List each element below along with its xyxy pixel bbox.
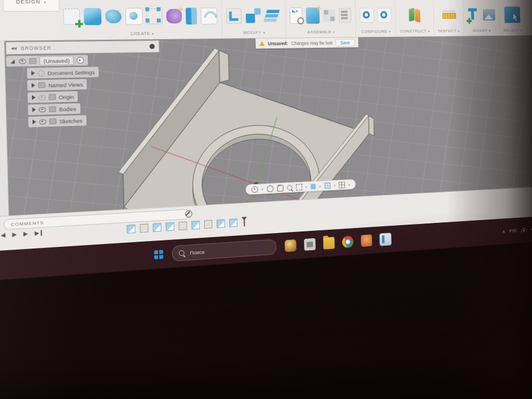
timeline-feature-sketch[interactable] — [166, 222, 174, 231]
plastic-part-icon[interactable] — [166, 9, 182, 24]
expander-icon[interactable] — [33, 120, 36, 124]
configure-group-label[interactable]: CONFIGURE ▾ — [360, 29, 392, 34]
configuration-table-icon[interactable] — [377, 8, 391, 23]
go-to-end-button[interactable]: ▶ — [35, 230, 42, 237]
split-body-icon[interactable] — [265, 7, 281, 24]
look-at-icon[interactable] — [267, 185, 273, 192]
search-input[interactable] — [189, 243, 270, 256]
new-component-icon[interactable] — [63, 9, 80, 25]
tree-root-document[interactable]: (Unsaved) — [6, 55, 88, 66]
expander-open-icon[interactable] — [10, 59, 15, 63]
comments-options-icon[interactable] — [185, 210, 192, 217]
toolbar-group-create: CREATE ▾ — [58, 0, 222, 39]
app-game-orange-icon[interactable] — [361, 234, 372, 247]
sweep-icon[interactable] — [201, 8, 218, 25]
workspace-dropdown[interactable]: DESIGN ▾ — [3, 0, 60, 11]
expander-icon[interactable] — [32, 95, 36, 100]
tree-item-named-views[interactable]: Named Views — [27, 79, 87, 91]
app-notes-icon[interactable] — [379, 233, 391, 246]
visibility-eye-icon[interactable] — [38, 95, 46, 100]
timeline-feature-sketch[interactable] — [217, 219, 225, 227]
sheet-flange-icon[interactable] — [186, 8, 197, 25]
expander-icon[interactable] — [32, 107, 36, 112]
chevron-down-icon: ▾ — [152, 31, 154, 35]
file-explorer-icon[interactable] — [323, 237, 335, 250]
viewports-icon[interactable] — [339, 181, 345, 188]
tree-item-sketches[interactable]: Sketches — [28, 115, 86, 127]
orbit-icon[interactable] — [251, 186, 258, 193]
combine-icon[interactable] — [245, 7, 262, 24]
inspect-group-label[interactable]: INSPECT ▾ — [438, 28, 460, 34]
select-group-label[interactable]: SELECT ▾ — [503, 28, 522, 32]
press-pull-icon[interactable] — [226, 8, 242, 23]
chrome-icon[interactable] — [342, 235, 354, 248]
tray-expand-icon[interactable]: ∧ — [502, 229, 505, 234]
chevron-down-icon[interactable]: ▾ — [319, 184, 320, 188]
timeline-feature-sketch[interactable] — [229, 218, 238, 227]
timeline-feature[interactable] — [178, 221, 187, 230]
modify-group-label[interactable]: MODIFY ▾ — [227, 30, 282, 35]
timeline-feature[interactable] — [204, 219, 213, 228]
form-icon[interactable] — [125, 8, 143, 25]
visibility-eye-icon[interactable] — [39, 119, 47, 125]
insert-group-label[interactable]: INSERT ▾ — [468, 28, 496, 33]
expander-icon[interactable] — [31, 71, 35, 75]
step-back-button[interactable]: ◀ — [1, 232, 5, 238]
rigid-group-icon[interactable] — [323, 9, 335, 22]
timeline-feature-sketch[interactable] — [153, 223, 161, 232]
chevron-down-icon[interactable]: ▾ — [262, 187, 263, 190]
create-group-label[interactable]: CREATE ▾ — [64, 30, 218, 36]
root-document-label: (Unsaved) — [43, 57, 70, 64]
timeline-feature[interactable] — [140, 223, 148, 233]
chevron-down-icon[interactable]: ▾ — [334, 184, 335, 187]
timeline-position-marker[interactable] — [243, 218, 245, 227]
document-menu-icon[interactable] — [76, 57, 84, 64]
insert-mcmaster-icon[interactable] — [467, 7, 480, 23]
zoom-icon[interactable] — [287, 185, 292, 190]
measure-icon[interactable] — [441, 9, 456, 22]
app-game-gold-icon[interactable] — [285, 239, 297, 252]
motion-study-icon[interactable] — [339, 8, 351, 23]
chevron-down-icon[interactable]: ▾ — [348, 183, 350, 186]
mesh-icon[interactable] — [147, 9, 163, 25]
display-settings-icon[interactable] — [311, 184, 316, 189]
select-label-text: SELECT — [503, 28, 519, 32]
select-icon[interactable] — [505, 7, 521, 23]
tree-item-label: Named Views — [48, 81, 83, 88]
step-forward-button[interactable]: ▶ — [23, 231, 28, 237]
chevron-down-icon[interactable]: ▾ — [306, 185, 307, 188]
pan-icon[interactable] — [277, 185, 283, 192]
tree-item-bodies[interactable]: Bodies — [28, 103, 80, 115]
taskbar-search[interactable] — [172, 239, 277, 261]
language-indicator[interactable]: РУС — [509, 228, 517, 234]
assemble-group-label[interactable]: ASSEMBLE ▾ — [290, 29, 352, 34]
collapse-panel-icon[interactable]: ◀◀ — [11, 46, 17, 50]
joint-icon[interactable] — [306, 7, 319, 23]
app-task-view-icon[interactable] — [304, 238, 315, 251]
extrude-icon[interactable] — [84, 8, 101, 25]
sketches-icon — [49, 119, 56, 125]
wifi-icon[interactable] — [521, 227, 527, 233]
configure-icon[interactable] — [360, 8, 374, 23]
tree-item-label: Sketches — [59, 117, 83, 124]
system-tray: ∧ РУС 26.06 — [502, 226, 532, 234]
tree-item-origin[interactable]: Origin — [27, 91, 78, 103]
tree-item-document-settings[interactable]: Document Settings — [27, 67, 99, 79]
play-button[interactable]: ▶ — [12, 231, 17, 238]
toolbar-group-construct: CONSTRUCT ▾ — [395, 0, 434, 35]
visibility-eye-icon[interactable] — [39, 107, 46, 112]
construct-group-label[interactable]: CONSTRUCT ▾ — [400, 28, 430, 34]
grid-snaps-icon[interactable] — [324, 182, 331, 189]
viewport-3d[interactable]: ◀◀ BROWSER (Unsaved) — [5, 35, 532, 216]
revolve-icon[interactable] — [105, 10, 122, 23]
insert-derive-icon[interactable] — [290, 7, 303, 24]
insert-canvas-icon[interactable] — [483, 9, 496, 21]
expander-icon[interactable] — [31, 83, 35, 88]
fit-icon[interactable] — [296, 184, 302, 190]
construct-plane-icon[interactable] — [407, 7, 422, 23]
visibility-eye-icon[interactable] — [19, 59, 26, 64]
start-button-icon[interactable] — [154, 250, 163, 259]
timeline-feature-sketch[interactable] — [127, 224, 135, 233]
timeline-feature-sketch[interactable] — [192, 221, 200, 229]
assemble-label-text: ASSEMBLE — [307, 30, 332, 35]
